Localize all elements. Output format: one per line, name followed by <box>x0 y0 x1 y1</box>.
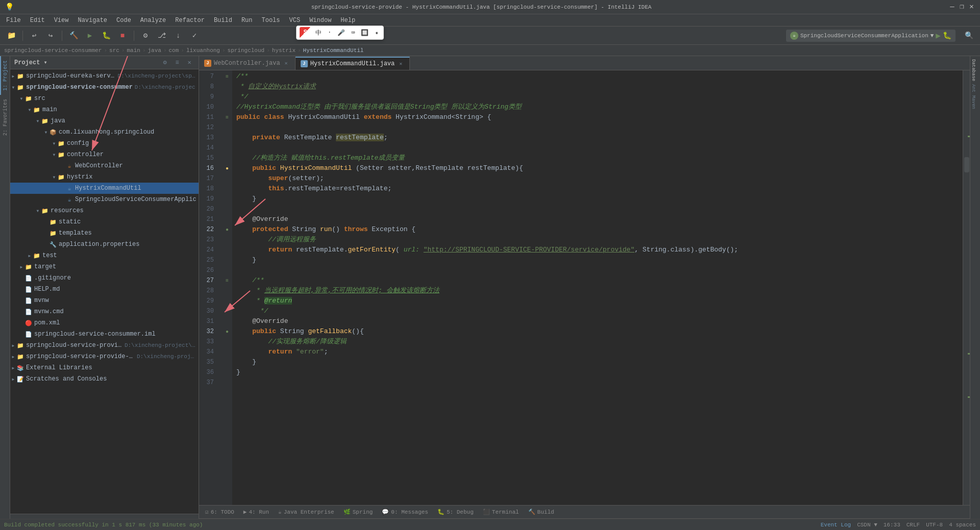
menu-item-vcs[interactable]: VCS <box>285 16 305 25</box>
ime-btn-tools[interactable]: ✦ <box>373 29 380 37</box>
menu-item-refactor[interactable]: Refactor <box>171 16 209 25</box>
left-tab-project[interactable]: 1: Project <box>0 56 10 95</box>
tree-item-test[interactable]: ▶ 📁 test <box>10 250 199 261</box>
bottom-tab-debug[interactable]: 🐛 5: Debug <box>433 506 478 518</box>
build-btn[interactable]: 🔨 <box>66 29 81 43</box>
left-tab-favorites[interactable]: 2: Favorites <box>0 95 10 140</box>
code-content[interactable]: /** * 自定义的Hystrix请求 */ //HystrixCommand泛… <box>232 70 963 505</box>
status-line-col[interactable]: 16:33 <box>884 522 900 528</box>
tree-item-webcontroller[interactable]: ☕ WebController <box>10 160 199 171</box>
run-config[interactable]: ☕ SpringcloudServiceConsummerApplication… <box>786 30 955 42</box>
tree-item-gitignore[interactable]: 📄 .gitignore <box>10 272 199 284</box>
sidebar-ant-icon[interactable]: Ant <box>971 83 980 93</box>
project-btn-gear[interactable]: ⚙ <box>160 58 170 68</box>
tab-close-btn[interactable]: ✕ <box>283 60 290 67</box>
menu-item-window[interactable]: Window <box>305 16 335 25</box>
bottom-tab-spring[interactable]: 🌿 Spring <box>339 506 377 518</box>
tree-item-helpmd[interactable]: 📄 HELP.md <box>10 284 199 295</box>
ime-btn-mic[interactable]: 🎤 <box>336 29 347 37</box>
vcs-btn[interactable]: ⎇ <box>155 29 169 43</box>
tree-item-target[interactable]: ▶ 📁 target <box>10 261 199 272</box>
minimize-button[interactable]: — <box>949 4 955 10</box>
breadcrumb-current[interactable]: HystrixCommandUtil <box>303 47 364 54</box>
menu-item-code[interactable]: Code <box>112 16 135 25</box>
tree-item-hystrix[interactable]: ▼ 📁 hystrix <box>10 171 199 183</box>
undo-btn[interactable]: ↩ <box>27 29 41 43</box>
bottom-tab-run[interactable]: ▶ 4: Run <box>239 506 273 518</box>
menu-item-run[interactable]: Run <box>237 16 257 25</box>
update-btn[interactable]: ↓ <box>171 29 185 43</box>
tree-item-consummer[interactable]: ▼ 📁 springcloud-service-consummer D:\xin… <box>10 82 199 93</box>
search-everywhere-btn[interactable]: 🔍 <box>962 29 976 43</box>
tree-item-provide[interactable]: ▶ 📁 springcloud-service-provide D:\xinch… <box>10 340 199 351</box>
sidebar-maven-icon[interactable]: Maven <box>971 94 980 110</box>
tree-item-pom[interactable]: 🔴 pom.xml <box>10 317 199 329</box>
status-encoding[interactable]: CRLF <box>906 522 920 528</box>
open-file-btn[interactable]: 📁 <box>4 29 18 43</box>
tree-item-java-folder[interactable]: ▼ 📁 java <box>10 115 199 127</box>
tree-item-resources[interactable]: ▼ 📁 resources <box>10 205 199 216</box>
stop-btn[interactable]: ■ <box>115 29 130 43</box>
tree-item-ext-libs[interactable]: ▶ 📚 External Libraries <box>10 362 199 373</box>
run-btn-green[interactable]: ▶ <box>936 31 941 41</box>
tree-item-package[interactable]: ▼ 📦 com.lixuanhong.springcloud <box>10 127 199 138</box>
tree-item-iml[interactable]: 📄 springcloud-service-consummer.iml <box>10 329 199 340</box>
ime-btn-skin[interactable]: 🔲 <box>359 29 370 37</box>
menu-item-file[interactable]: File <box>2 16 25 25</box>
ime-btn-dot[interactable]: · <box>326 29 333 37</box>
ime-btn-keyboard[interactable]: ⌨ <box>350 29 356 37</box>
project-btn-close[interactable]: ✕ <box>184 58 194 68</box>
debug-btn-blue[interactable]: 🐛 <box>943 31 951 40</box>
tree-item-provide02[interactable]: ▶ 📁 springcloud-service-provide-02 D:\xi… <box>10 351 199 362</box>
bottom-tab-java-enterprise[interactable]: ☕ Java Enterprise <box>274 506 338 518</box>
editor-scrollbar[interactable] <box>963 70 970 505</box>
tree-item-hystrixcommandutil[interactable]: ☕ HystrixCommandUtil <box>10 183 199 194</box>
breadcrumb-project[interactable]: springcloud-service-consummer <box>4 47 102 54</box>
tree-item-config[interactable]: ▼ 📁 config <box>10 138 199 149</box>
tree-item-main[interactable]: ▼ 📁 main <box>10 104 199 115</box>
bottom-tab-todo[interactable]: ☑ 6: TODO <box>201 506 238 518</box>
status-indent[interactable]: 4 spaces <box>949 522 976 528</box>
menu-item-view[interactable]: View <box>50 16 73 25</box>
java-enterprise-icon: ☕ <box>278 509 282 515</box>
title-bar-controls[interactable]: — ❐ ✕ <box>949 4 975 10</box>
bottom-tab-messages[interactable]: 💬 0: Messages <box>378 506 432 518</box>
menu-item-tools[interactable]: Tools <box>258 16 284 25</box>
ime-btn-chinese[interactable]: 中 <box>314 28 323 38</box>
run-btn[interactable]: ▶ <box>83 29 97 43</box>
status-branch[interactable]: CSDN ▼ <box>857 522 877 528</box>
close-button[interactable]: ✕ <box>968 4 975 10</box>
sidebar-database-icon[interactable]: Database <box>971 58 980 82</box>
folder-icon: 📁 <box>33 251 41 260</box>
tab-hystrixcommandutil[interactable]: J HystrixCommandUtil.java ✕ <box>296 57 410 70</box>
status-event-log[interactable]: Event Log <box>821 522 851 528</box>
tree-item-eureka[interactable]: ▶ 📁 springcloud-eureka-server D:\xinchen… <box>10 70 199 82</box>
menu-item-build[interactable]: Build <box>210 16 236 25</box>
gutter-item <box>222 133 232 143</box>
tab-webcontroller[interactable]: J WebController.java ✕ <box>199 57 296 70</box>
menu-item-navigate[interactable]: Navigate <box>74 16 111 25</box>
menu-item-edit[interactable]: Edit <box>26 16 49 25</box>
tree-item-mvnwcmd[interactable]: 📄 mvnw.cmd <box>10 306 199 317</box>
redo-btn[interactable]: ↪ <box>43 29 58 43</box>
tree-item-springcloudapp[interactable]: ☕ SpringcloudServiceConsummerApplic <box>10 194 199 205</box>
tree-item-scratches[interactable]: ▶ 📝 Scratches and Consoles <box>10 373 199 385</box>
bottom-tab-terminal[interactable]: ⬛ Terminal <box>479 506 523 518</box>
project-btn-collapse[interactable]: ≡ <box>172 58 182 68</box>
tree-item-mvnw[interactable]: 📄 mvnw <box>10 295 199 306</box>
project-scrollbar[interactable] <box>10 514 199 519</box>
commit-btn[interactable]: ✓ <box>187 29 202 43</box>
bottom-tab-build[interactable]: 🔨 Build <box>524 506 558 518</box>
status-charset[interactable]: UTF-8 <box>926 522 943 528</box>
tree-item-src[interactable]: ▼ 📁 src <box>10 93 199 104</box>
maximize-button[interactable]: ❐ <box>959 4 965 10</box>
debug-btn[interactable]: 🐛 <box>99 29 113 43</box>
tree-item-appprops[interactable]: 🔧 application.properties <box>10 239 199 250</box>
settings-btn[interactable]: ⚙ <box>138 29 153 43</box>
tree-item-templates[interactable]: 📁 templates <box>10 228 199 239</box>
menu-item-help[interactable]: Help <box>336 16 359 25</box>
menu-item-analyze[interactable]: Analyze <box>136 16 170 25</box>
tree-item-static[interactable]: 📁 static <box>10 216 199 228</box>
tab-close-btn[interactable]: ✕ <box>397 60 404 67</box>
tree-item-controller[interactable]: ▼ 📁 controller <box>10 149 199 160</box>
